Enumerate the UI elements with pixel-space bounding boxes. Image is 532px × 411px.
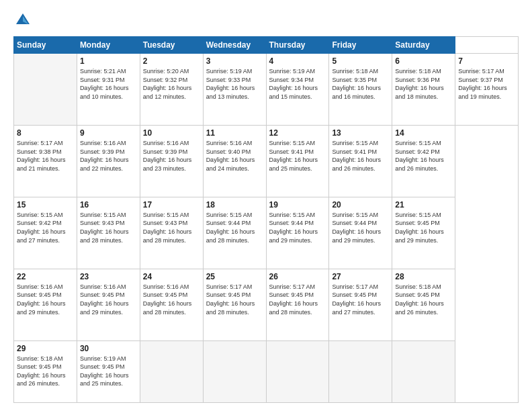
day-number: 21 (395, 200, 452, 210)
day-info: Sunrise: 5:16 AMSunset: 9:45 PMDaylight:… (17, 283, 74, 316)
weekday-header-cell: Thursday (266, 37, 329, 54)
day-info: Sunrise: 5:15 AMSunset: 9:41 PMDaylight:… (269, 139, 326, 173)
calendar-day: 12Sunrise: 5:15 AMSunset: 9:41 PMDayligh… (266, 125, 329, 197)
calendar-day: 30Sunrise: 5:19 AMSunset: 9:45 PMDayligh… (77, 340, 140, 402)
day-info: Sunrise: 5:19 AMSunset: 9:45 PMDaylight:… (80, 355, 137, 388)
weekday-header-cell: Friday (329, 37, 392, 54)
calendar-day: 18Sunrise: 5:15 AMSunset: 9:44 PMDayligh… (203, 197, 266, 269)
page: SundayMondayTuesdayWednesdayThursdayFrid… (0, 0, 532, 411)
calendar-day: 27Sunrise: 5:17 AMSunset: 9:45 PMDayligh… (329, 269, 392, 340)
day-info: Sunrise: 5:17 AMSunset: 9:38 PMDaylight:… (17, 139, 74, 173)
day-info: Sunrise: 5:15 AMSunset: 9:41 PMDaylight:… (332, 139, 389, 173)
day-info: Sunrise: 5:18 AMSunset: 9:35 PMDaylight:… (332, 67, 389, 101)
day-info: Sunrise: 5:18 AMSunset: 9:45 PMDaylight:… (395, 283, 452, 316)
calendar-week-row: 15Sunrise: 5:15 AMSunset: 9:42 PMDayligh… (14, 197, 519, 269)
day-number: 11 (206, 128, 263, 138)
calendar-day: 29Sunrise: 5:18 AMSunset: 9:45 PMDayligh… (14, 340, 77, 402)
weekday-header-cell: Sunday (14, 37, 77, 54)
day-number: 25 (206, 272, 263, 281)
day-info: Sunrise: 5:15 AMSunset: 9:42 PMDaylight:… (17, 211, 74, 244)
calendar-table: SundayMondayTuesdayWednesdayThursdayFrid… (13, 36, 519, 403)
day-number: 14 (395, 128, 452, 138)
day-info: Sunrise: 5:19 AMSunset: 9:33 PMDaylight:… (206, 67, 263, 101)
calendar-day: 28Sunrise: 5:18 AMSunset: 9:45 PMDayligh… (392, 269, 455, 340)
calendar-day: 14Sunrise: 5:15 AMSunset: 9:42 PMDayligh… (392, 125, 455, 197)
day-info: Sunrise: 5:17 AMSunset: 9:45 PMDaylight:… (332, 283, 389, 316)
day-number: 18 (206, 200, 263, 210)
day-info: Sunrise: 5:17 AMSunset: 9:37 PMDaylight:… (458, 67, 515, 101)
calendar-day (203, 340, 266, 402)
calendar-day: 4Sunrise: 5:19 AMSunset: 9:34 PMDaylight… (266, 54, 329, 126)
weekday-header-cell: Wednesday (203, 37, 266, 54)
day-info: Sunrise: 5:18 AMSunset: 9:36 PMDaylight:… (395, 67, 452, 101)
day-number: 12 (269, 128, 326, 138)
calendar-day (329, 340, 392, 402)
calendar-day: 16Sunrise: 5:15 AMSunset: 9:43 PMDayligh… (77, 197, 140, 269)
day-number: 6 (395, 56, 452, 66)
day-number: 5 (332, 56, 389, 66)
logo-icon (13, 11, 32, 30)
day-info: Sunrise: 5:15 AMSunset: 9:44 PMDaylight:… (269, 211, 326, 244)
day-number: 24 (143, 272, 200, 281)
day-info: Sunrise: 5:16 AMSunset: 9:39 PMDaylight:… (80, 139, 137, 173)
day-number: 28 (395, 272, 452, 281)
day-info: Sunrise: 5:15 AMSunset: 9:44 PMDaylight:… (332, 211, 389, 244)
day-number: 7 (458, 56, 515, 66)
day-number: 16 (80, 200, 137, 210)
day-info: Sunrise: 5:16 AMSunset: 9:45 PMDaylight:… (143, 283, 200, 316)
calendar-day: 17Sunrise: 5:15 AMSunset: 9:43 PMDayligh… (140, 197, 203, 269)
calendar-day: 3Sunrise: 5:19 AMSunset: 9:33 PMDaylight… (203, 54, 266, 126)
day-number: 8 (17, 128, 74, 138)
calendar-day: 10Sunrise: 5:16 AMSunset: 9:39 PMDayligh… (140, 125, 203, 197)
logo (13, 11, 35, 30)
day-number: 17 (143, 200, 200, 210)
day-number: 19 (269, 200, 326, 210)
calendar-day: 8Sunrise: 5:17 AMSunset: 9:38 PMDaylight… (14, 125, 77, 197)
weekday-header-cell: Saturday (392, 37, 455, 54)
weekday-header-cell: Monday (77, 37, 140, 54)
calendar-day: 26Sunrise: 5:17 AMSunset: 9:45 PMDayligh… (266, 269, 329, 340)
day-info: Sunrise: 5:21 AMSunset: 9:31 PMDaylight:… (80, 67, 137, 101)
calendar-day: 9Sunrise: 5:16 AMSunset: 9:39 PMDaylight… (77, 125, 140, 197)
day-number: 10 (143, 128, 200, 138)
calendar-day: 6Sunrise: 5:18 AMSunset: 9:36 PMDaylight… (392, 54, 455, 126)
day-info: Sunrise: 5:15 AMSunset: 9:43 PMDaylight:… (143, 211, 200, 244)
day-number: 3 (206, 56, 263, 66)
day-number: 20 (332, 200, 389, 210)
day-info: Sunrise: 5:15 AMSunset: 9:42 PMDaylight:… (395, 139, 452, 173)
calendar-day: 1Sunrise: 5:21 AMSunset: 9:31 PMDaylight… (77, 54, 140, 126)
calendar-week-row: 1Sunrise: 5:21 AMSunset: 9:31 PMDaylight… (14, 54, 519, 126)
calendar-week-row: 29Sunrise: 5:18 AMSunset: 9:45 PMDayligh… (14, 340, 519, 402)
day-info: Sunrise: 5:16 AMSunset: 9:39 PMDaylight:… (143, 139, 200, 173)
calendar-day: 20Sunrise: 5:15 AMSunset: 9:44 PMDayligh… (329, 197, 392, 269)
day-info: Sunrise: 5:17 AMSunset: 9:45 PMDaylight:… (206, 283, 263, 316)
day-number: 15 (17, 200, 74, 210)
day-info: Sunrise: 5:19 AMSunset: 9:34 PMDaylight:… (269, 67, 326, 101)
day-info: Sunrise: 5:16 AMSunset: 9:40 PMDaylight:… (206, 139, 263, 173)
calendar-day: 13Sunrise: 5:15 AMSunset: 9:41 PMDayligh… (329, 125, 392, 197)
calendar-day: 2Sunrise: 5:20 AMSunset: 9:32 PMDaylight… (140, 54, 203, 126)
day-number: 13 (332, 128, 389, 138)
calendar-day: 22Sunrise: 5:16 AMSunset: 9:45 PMDayligh… (14, 269, 77, 340)
day-number: 29 (17, 344, 74, 353)
day-number: 26 (269, 272, 326, 281)
day-number: 4 (269, 56, 326, 66)
day-number: 9 (80, 128, 137, 138)
calendar-day: 19Sunrise: 5:15 AMSunset: 9:44 PMDayligh… (266, 197, 329, 269)
day-number: 22 (17, 272, 74, 281)
day-number: 27 (332, 272, 389, 281)
day-number: 1 (80, 56, 137, 66)
calendar-day: 25Sunrise: 5:17 AMSunset: 9:45 PMDayligh… (203, 269, 266, 340)
day-info: Sunrise: 5:15 AMSunset: 9:43 PMDaylight:… (80, 211, 137, 244)
calendar-day (392, 340, 455, 402)
calendar-day: 7Sunrise: 5:17 AMSunset: 9:37 PMDaylight… (455, 54, 519, 126)
day-info: Sunrise: 5:15 AMSunset: 9:44 PMDaylight:… (206, 211, 263, 244)
day-number: 23 (80, 272, 137, 281)
weekday-header-row: SundayMondayTuesdayWednesdayThursdayFrid… (14, 37, 519, 54)
day-info: Sunrise: 5:20 AMSunset: 9:32 PMDaylight:… (143, 67, 200, 101)
calendar-body: 1Sunrise: 5:21 AMSunset: 9:31 PMDaylight… (14, 54, 519, 403)
calendar-week-row: 8Sunrise: 5:17 AMSunset: 9:38 PMDaylight… (14, 125, 519, 197)
day-number: 2 (143, 56, 200, 66)
calendar-day: 23Sunrise: 5:16 AMSunset: 9:45 PMDayligh… (77, 269, 140, 340)
calendar-day: 21Sunrise: 5:15 AMSunset: 9:45 PMDayligh… (392, 197, 455, 269)
